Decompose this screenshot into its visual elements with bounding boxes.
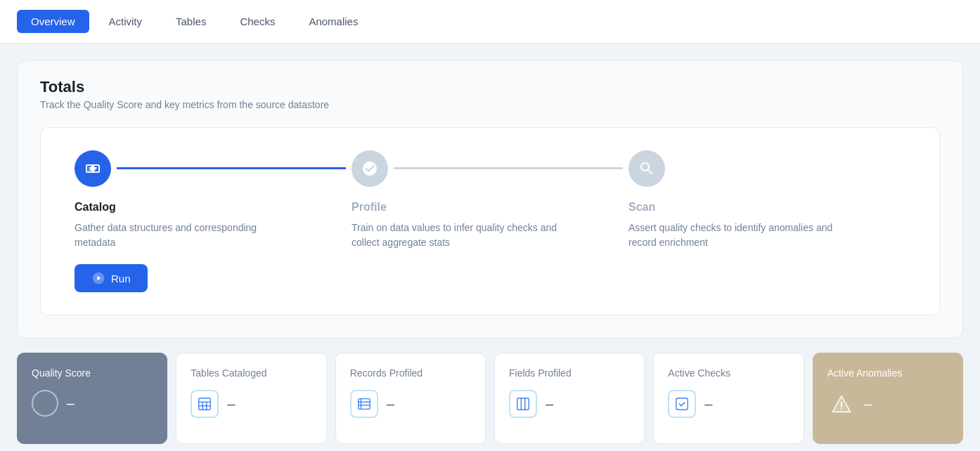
active-checks-label: Active Checks xyxy=(668,367,789,379)
tab-tables[interactable]: Tables xyxy=(162,10,220,33)
svg-rect-7 xyxy=(358,399,370,410)
tables-cataloged-value: – xyxy=(227,396,235,412)
metric-quality-score: Quality Score – xyxy=(17,353,167,444)
run-button-label: Run xyxy=(111,273,131,285)
active-checks-icon-box xyxy=(668,390,696,418)
active-anomalies-value-row: – xyxy=(827,390,948,418)
active-anomalies-label: Active Anomalies xyxy=(827,367,948,379)
check-icon xyxy=(674,396,690,412)
profile-step-icon xyxy=(352,150,388,187)
quality-score-circle xyxy=(32,390,58,417)
top-navigation: Overview Activity Tables Checks Anomalie… xyxy=(0,0,980,44)
active-anomalies-value: – xyxy=(864,396,872,412)
quality-score-label: Quality Score xyxy=(32,367,153,379)
totals-subtitle: Track the Quality Score and key metrics … xyxy=(40,99,940,110)
step-header-scan xyxy=(628,150,905,187)
step-content-profile: Profile Train on data values to infer qu… xyxy=(352,201,562,264)
step-header-profile xyxy=(352,150,628,187)
step-content-scan: Scan Assert quality checks to identify a… xyxy=(628,201,839,264)
quality-score-value-row: – xyxy=(32,390,153,417)
totals-title: Totals xyxy=(40,78,940,96)
svg-rect-14 xyxy=(676,398,688,410)
scan-step-title: Scan xyxy=(628,201,839,214)
records-icon xyxy=(356,396,372,412)
step-content-catalog: Catalog Gather data structures and corre… xyxy=(75,201,285,292)
scan-step-icon xyxy=(628,150,665,187)
connector-profile-scan xyxy=(394,167,623,169)
records-profiled-value-row: – xyxy=(350,390,471,418)
profile-step-title: Profile xyxy=(352,201,562,214)
step-header-catalog xyxy=(75,150,352,187)
metric-fields-profiled: Fields Profiled – xyxy=(494,353,645,444)
metric-active-checks: Active Checks – xyxy=(653,353,804,444)
catalog-step-icon xyxy=(75,150,111,187)
svg-point-16 xyxy=(841,408,842,410)
tab-overview[interactable]: Overview xyxy=(17,10,89,33)
totals-card: Totals Track the Quality Score and key m… xyxy=(17,60,963,339)
quality-score-value: – xyxy=(67,396,75,412)
connector-catalog-profile xyxy=(117,167,346,169)
fields-icon xyxy=(515,396,531,412)
fields-profiled-value: – xyxy=(546,396,553,412)
tables-cataloged-value-row: – xyxy=(191,390,311,418)
pipeline-container: Catalog Gather data structures and corre… xyxy=(40,127,940,315)
tab-checks[interactable]: Checks xyxy=(226,10,289,33)
records-profiled-value: – xyxy=(387,396,394,412)
run-button[interactable]: Run xyxy=(75,264,148,292)
tables-cataloged-icon-box xyxy=(191,390,219,418)
warning-icon xyxy=(831,393,852,414)
fields-profiled-value-row: – xyxy=(509,390,630,418)
metrics-row: Quality Score – Tables Cataloged xyxy=(17,353,963,444)
records-profiled-icon-box xyxy=(350,390,378,418)
pipeline-step-catalog: Catalog Gather data structures and corre… xyxy=(75,150,352,292)
table-icon xyxy=(197,396,212,412)
records-profiled-label: Records Profiled xyxy=(350,367,471,379)
svg-rect-11 xyxy=(517,398,529,410)
main-content: Totals Track the Quality Score and key m… xyxy=(0,44,980,451)
catalog-step-desc: Gather data structures and corresponding… xyxy=(75,221,285,250)
tables-cataloged-label: Tables Cataloged xyxy=(191,367,311,379)
metric-active-anomalies: Active Anomalies – xyxy=(813,353,963,444)
pipeline-step-profile: Profile Train on data values to infer qu… xyxy=(352,150,628,264)
pipeline-step-scan: Scan Assert quality checks to identify a… xyxy=(628,150,905,264)
metric-records-profiled: Records Profiled – xyxy=(335,353,486,444)
tab-activity[interactable]: Activity xyxy=(95,10,157,33)
tab-anomalies[interactable]: Anomalies xyxy=(295,10,372,33)
scan-step-desc: Assert quality checks to identify anomal… xyxy=(628,221,839,250)
active-checks-value: – xyxy=(704,396,712,412)
catalog-step-title: Catalog xyxy=(75,201,285,214)
fields-profiled-label: Fields Profiled xyxy=(509,367,630,379)
svg-rect-2 xyxy=(199,398,211,410)
profile-step-desc: Train on data values to infer quality ch… xyxy=(352,221,562,250)
active-anomalies-icon-box xyxy=(827,390,856,418)
metric-tables-cataloged: Tables Cataloged – xyxy=(176,353,326,444)
fields-profiled-icon-box xyxy=(509,390,537,418)
active-checks-value-row: – xyxy=(668,390,789,418)
